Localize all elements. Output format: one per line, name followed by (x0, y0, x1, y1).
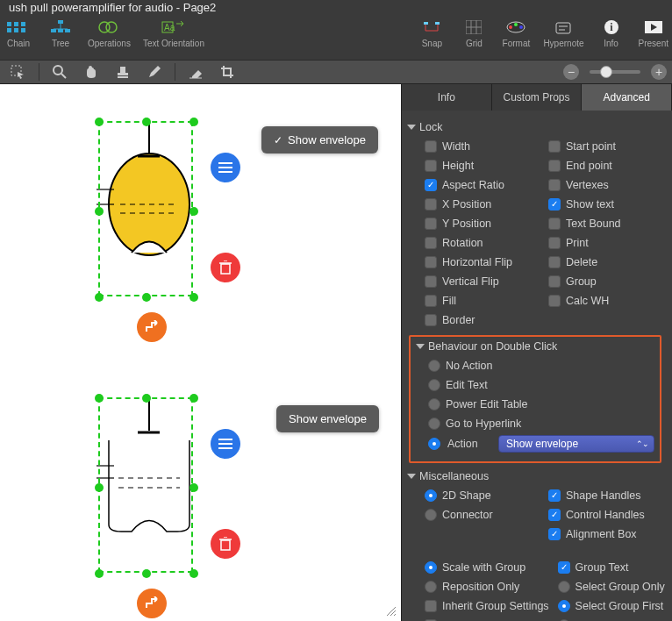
shape-menu-button[interactable] (211, 153, 240, 182)
tab-custom-props[interactable]: Custom Props (492, 84, 583, 111)
checkbox[interactable] (548, 256, 561, 268)
action-select[interactable]: Show envelope⌃⌄ (498, 435, 654, 453)
tool-edit[interactable] (141, 62, 168, 82)
checkbox[interactable] (425, 218, 437, 230)
radio[interactable] (425, 561, 437, 574)
checkbox[interactable] (548, 198, 561, 211)
radio[interactable] (428, 418, 440, 430)
checkbox[interactable] (425, 256, 437, 268)
checkbox[interactable] (425, 160, 437, 172)
option-row[interactable]: Group Text (558, 560, 665, 575)
tool-selector[interactable] (5, 62, 32, 82)
option-row[interactable]: Y Position (425, 216, 540, 232)
option-row[interactable]: Print (548, 235, 663, 251)
option-row[interactable]: Edit Text (428, 377, 654, 393)
checkbox[interactable] (548, 295, 561, 307)
radio[interactable] (428, 379, 440, 391)
option-row[interactable]: Rotation (425, 235, 540, 251)
radio[interactable] (558, 600, 570, 612)
radio[interactable] (425, 581, 437, 593)
option-row[interactable]: Select Child First (558, 617, 665, 621)
option-row[interactable]: Go to Hyperlink (428, 416, 654, 432)
zoom-slider[interactable] (590, 70, 640, 74)
option-row[interactable]: X Position (425, 196, 540, 212)
option-row[interactable]: 2D Shape (425, 488, 540, 503)
toolbar-grid[interactable]: Grid (459, 18, 489, 48)
zoom-in[interactable]: + (651, 64, 667, 80)
option-row[interactable]: Connector (425, 507, 540, 523)
tab-info[interactable]: Info (402, 84, 492, 111)
shape-delete-button[interactable] (211, 529, 240, 559)
option-row[interactable]: Fill (425, 293, 540, 309)
tool-pan[interactable] (78, 62, 104, 82)
option-row[interactable]: Select Group Only (558, 579, 665, 595)
option-row[interactable]: Power Edit Table (428, 396, 654, 412)
option-row[interactable]: Text Bound (548, 216, 663, 232)
checkbox[interactable] (558, 561, 570, 574)
option-row[interactable]: Calc WH (548, 293, 663, 309)
selected-shape-2[interactable] (88, 387, 246, 621)
toolbar-info[interactable]: i Info (597, 18, 626, 48)
checkbox[interactable] (548, 140, 561, 153)
toolbar-operations[interactable]: Operations (88, 18, 131, 48)
option-row[interactable]: Scale with Group (425, 560, 549, 575)
option-row[interactable]: Control Handles (548, 507, 663, 523)
checkbox[interactable] (425, 314, 437, 326)
option-row[interactable]: Show text (548, 196, 663, 212)
checkbox[interactable] (548, 160, 561, 172)
radio[interactable] (558, 581, 570, 593)
checkbox[interactable] (548, 275, 561, 288)
toolbar-present[interactable]: Present (639, 18, 668, 48)
zoom-thumb[interactable] (600, 66, 612, 78)
option-row[interactable]: Vertical Flip (425, 274, 540, 289)
toolbar-tree[interactable]: Tree (46, 18, 75, 48)
tool-eraser[interactable] (182, 62, 209, 82)
option-row[interactable]: Aspect Ratio (425, 177, 540, 193)
show-envelope-button-1[interactable]: ✓ Show envelope (261, 126, 378, 153)
tab-advanced[interactable]: Advanced (582, 84, 672, 111)
toolbar-hypernote[interactable]: Hypernote (543, 18, 583, 48)
option-row[interactable]: Start point (548, 139, 663, 154)
checkbox[interactable] (548, 218, 561, 230)
checkbox[interactable] (425, 198, 437, 211)
checkbox[interactable] (425, 275, 437, 288)
radio[interactable] (425, 509, 437, 521)
option-row[interactable]: ActionShow envelope⌃⌄ (428, 435, 654, 453)
canvas[interactable]: ✓ Show envelope (0, 84, 402, 621)
checkbox[interactable] (548, 237, 561, 249)
toolbar-format[interactable]: Format (501, 18, 531, 48)
section-dblclick[interactable]: Behaviour on Double Click (416, 340, 654, 353)
toolbar-chain[interactable]: Chain (4, 18, 33, 48)
radio[interactable] (428, 398, 440, 410)
option-row[interactable]: No Action (428, 358, 654, 374)
radio[interactable] (428, 438, 440, 450)
checkbox[interactable] (425, 179, 437, 191)
show-envelope-button-2[interactable]: Show envelope (276, 405, 379, 432)
option-row[interactable]: Shape Handles (548, 488, 663, 503)
toolbar-snap[interactable]: Snap (417, 18, 447, 48)
radio[interactable] (425, 489, 437, 502)
selected-shape-1[interactable] (88, 111, 246, 409)
option-row[interactable]: Width (425, 139, 540, 154)
checkbox[interactable] (425, 140, 437, 153)
shape-delete-button[interactable] (211, 253, 240, 282)
toolbar-text-orientation[interactable]: Aa Text Orientation (143, 18, 204, 48)
checkbox[interactable] (548, 489, 561, 502)
section-misc[interactable]: Miscellaneous (407, 470, 663, 482)
option-row[interactable]: Horizontal Flip (425, 254, 540, 270)
checkbox[interactable] (548, 509, 561, 521)
checkbox[interactable] (548, 528, 561, 540)
option-row[interactable]: Group (548, 274, 663, 289)
option-row[interactable]: Reposition Only (425, 579, 549, 595)
tool-magnifier[interactable] (46, 62, 73, 82)
option-row[interactable]: End point (548, 158, 663, 174)
tool-stamp[interactable] (110, 62, 136, 82)
option-row[interactable]: Border (425, 312, 540, 328)
option-row[interactable]: Height (425, 158, 540, 174)
shape-menu-button[interactable] (211, 429, 240, 459)
zoom-out[interactable]: − (563, 64, 579, 80)
shape-route-button[interactable] (137, 589, 167, 618)
checkbox[interactable] (425, 295, 437, 307)
option-row[interactable]: Delete (548, 254, 663, 270)
section-lock[interactable]: Lock (407, 121, 663, 133)
